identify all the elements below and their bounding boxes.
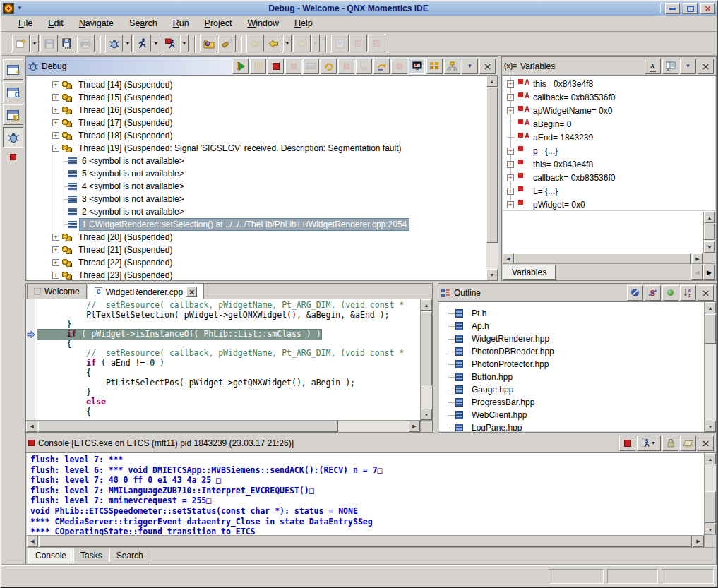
- debug-tree-row[interactable]: Thread [14] (Suspended): [27, 78, 486, 91]
- debug-tree-row[interactable]: Thread [19] (Suspended: Signal 'SIGSEGV'…: [27, 142, 486, 155]
- hide-non-public-members-button[interactable]: [662, 285, 678, 301]
- tree-expander-icon[interactable]: [52, 234, 59, 241]
- tree-expander-icon[interactable]: [507, 174, 514, 181]
- debug-tree-row[interactable]: Thread [16] (Suspended): [27, 104, 486, 116]
- tree-expander-icon[interactable]: [52, 259, 59, 266]
- tree-expander-icon[interactable]: [52, 145, 59, 152]
- outline-item[interactable]: Button.hpp: [439, 371, 704, 383]
- tree-expander-icon[interactable]: [507, 107, 514, 114]
- outline-item[interactable]: LogPane.hpp: [439, 421, 704, 431]
- perspective-cpp-button[interactable]: C: [3, 82, 23, 102]
- terminate-button[interactable]: [268, 59, 284, 74]
- tree-expander-icon[interactable]: [507, 80, 514, 88]
- variable-row[interactable]: A aEnd= 1843239: [503, 131, 715, 144]
- resume-button[interactable]: [232, 59, 249, 74]
- menu-item[interactable]: File: [11, 16, 40, 30]
- tree-expander-icon[interactable]: [52, 107, 59, 114]
- editor-tab[interactable]: WidgetRenderer.cpp: [88, 284, 204, 299]
- debug-tree-row[interactable]: Thread [20] (Suspended): [27, 231, 486, 244]
- debug-tree-row[interactable]: 1 CWidgetRenderer::setSelection() at ../…: [27, 218, 486, 231]
- bottom-tab[interactable]: Tasks: [73, 548, 109, 563]
- variable-row[interactable]: A callback= 0xb83536f0: [503, 171, 715, 184]
- tree-expander-icon[interactable]: [52, 119, 59, 126]
- scroll-up-button[interactable]: ▲: [486, 76, 498, 87]
- relaunch-button[interactable]: [321, 59, 337, 74]
- minimize-button[interactable]: [665, 3, 680, 14]
- debug-tree-row[interactable]: 2 <symbol is not available>: [27, 205, 486, 218]
- menu-item[interactable]: Run: [166, 16, 196, 30]
- scroll-up-button[interactable]: ▲: [421, 299, 432, 311]
- new-wizard-button[interactable]: [12, 35, 30, 52]
- variables-view-close-button[interactable]: ×: [698, 59, 714, 74]
- show-type-names-button[interactable]: x: [645, 59, 661, 74]
- editor-gutter[interactable]: [26, 299, 35, 420]
- tab-scroll-right-button[interactable]: ▶: [703, 265, 715, 280]
- tree-expander-icon[interactable]: [52, 132, 59, 139]
- scroll-lock-button[interactable]: [662, 436, 678, 451]
- window-menu-caret-icon[interactable]: ▼: [17, 6, 23, 11]
- resume-without-signal-button[interactable]: [373, 59, 390, 74]
- console-terminate-button[interactable]: [619, 436, 635, 451]
- profile-button[interactable]: [162, 35, 179, 52]
- variables-tree[interactable]: A this= 0x843e4f8 A callback= 0xb83536f0…: [503, 76, 715, 210]
- tree-expander-icon[interactable]: [507, 188, 514, 195]
- editor-vertical-scrollbar[interactable]: ▲ ▼: [420, 299, 432, 420]
- tree-expander-icon[interactable]: [507, 148, 514, 155]
- hide-static-members-button[interactable]: S: [645, 285, 661, 301]
- menu-item[interactable]: Edit: [41, 16, 71, 30]
- hide-fields-button[interactable]: [627, 285, 643, 301]
- show-hierarchy-button[interactable]: [444, 59, 460, 74]
- search-button[interactable]: [218, 35, 236, 52]
- editor-horizontal-scrollbar[interactable]: ◀ ▶: [26, 420, 420, 432]
- scroll-left-button[interactable]: ◀: [27, 536, 38, 547]
- debug-tree-row[interactable]: Thread [22] (Suspended): [27, 256, 486, 269]
- tree-expander-icon[interactable]: [507, 161, 514, 168]
- variable-row[interactable]: A this= 0x843e4f8: [503, 77, 715, 90]
- menu-item[interactable]: Project: [198, 16, 239, 30]
- scroll-right-button[interactable]: ▶: [693, 536, 704, 547]
- back-dropdown[interactable]: ▼: [283, 35, 292, 52]
- debug-tree-row[interactable]: Thread [23] (Suspended): [27, 269, 486, 280]
- debug-tree-row[interactable]: 4 <symbol is not available>: [27, 180, 486, 193]
- outline-vertical-scrollbar[interactable]: ▲ ▼: [704, 302, 716, 432]
- debug-tree-row[interactable]: 5 <symbol is not available>: [27, 167, 486, 180]
- scroll-right-button[interactable]: ▶: [409, 421, 420, 432]
- profile-dropdown[interactable]: ▼: [180, 35, 189, 52]
- variable-row[interactable]: A p= {...}: [503, 144, 715, 157]
- tree-expander-icon[interactable]: [52, 94, 59, 101]
- variables-view-menu-button[interactable]: ▼: [680, 59, 696, 74]
- outline-item[interactable]: ProgressBar.hpp: [439, 396, 704, 409]
- variable-row[interactable]: A L= {...}: [503, 184, 715, 198]
- tab-variables[interactable]: Variables: [503, 265, 556, 280]
- scroll-thumb[interactable]: [421, 311, 432, 385]
- debug-vertical-scrollbar[interactable]: ▲ ▼: [486, 76, 498, 280]
- outline-view-close-button[interactable]: ×: [698, 285, 714, 301]
- debug-tree-row[interactable]: Thread [15] (Suspended): [27, 91, 486, 104]
- maximize-button[interactable]: [683, 3, 698, 14]
- scroll-thumb[interactable]: [486, 88, 498, 243]
- outline-item[interactable]: Gauge.hpp: [439, 383, 704, 396]
- detail-vertical-scrollbar[interactable]: ▲ ▼: [703, 212, 715, 253]
- console-view-close-button[interactable]: ×: [698, 436, 714, 451]
- outline-item[interactable]: Pt.h: [439, 307, 704, 320]
- debug-thread-tree[interactable]: Thread [14] (Suspended) Thread [15] (Sus…: [27, 76, 486, 280]
- debug-tree-row[interactable]: Thread [17] (Suspended): [27, 116, 486, 129]
- scroll-left-button[interactable]: ◀: [26, 421, 37, 432]
- perspective-debug-button[interactable]: [3, 127, 23, 148]
- toolbar-grip[interactable]: [6, 35, 8, 52]
- debug-button[interactable]: [105, 35, 123, 52]
- console-output[interactable]: flush: level 7: ***flush: level 6: *** v…: [27, 453, 704, 535]
- save-all-button[interactable]: [59, 35, 76, 52]
- new-wizard-dropdown[interactable]: ▼: [30, 35, 39, 52]
- debug-tree-row[interactable]: 3 <symbol is not available>: [27, 193, 486, 205]
- debug-view-menu-button[interactable]: ▼: [462, 59, 478, 74]
- scroll-thumb[interactable]: [38, 421, 338, 432]
- select-console-button[interactable]: ▼: [637, 436, 661, 451]
- scroll-down-button[interactable]: ▼: [705, 421, 716, 432]
- scroll-down-button[interactable]: ▼: [486, 269, 498, 280]
- variable-row[interactable]: A apWidgetName= 0x0: [503, 104, 715, 117]
- menu-item[interactable]: Help: [287, 16, 320, 30]
- open-perspective-button[interactable]: +: [3, 59, 23, 80]
- scroll-down-button[interactable]: ▼: [704, 241, 715, 253]
- tree-expander-icon[interactable]: [52, 246, 59, 253]
